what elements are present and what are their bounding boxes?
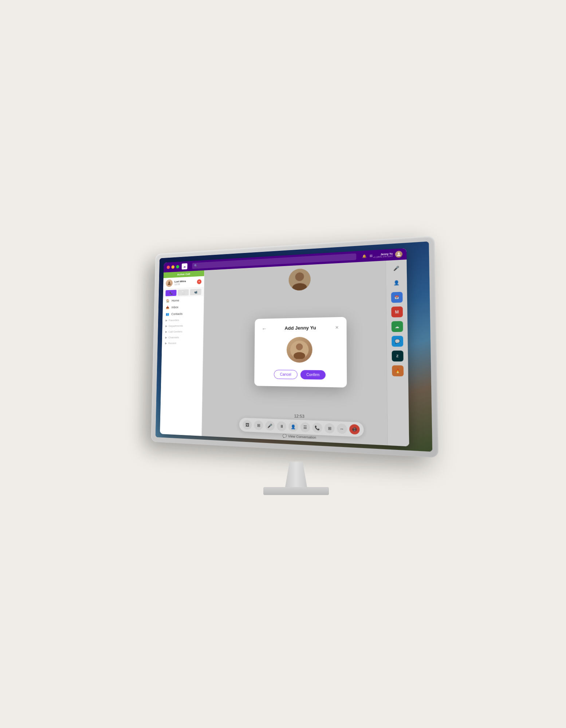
modal-title: Add Jenny Yu bbox=[267, 325, 335, 331]
video-action-button[interactable]: 📹 bbox=[190, 289, 201, 295]
svg-point-1 bbox=[169, 281, 170, 283]
modal-overlay: ← Add Jenny Yu ✕ bbox=[202, 260, 409, 447]
modal-header: ← Add Jenny Yu ✕ bbox=[262, 324, 339, 332]
caller-info: Lori Mitra 12:53 bbox=[174, 279, 195, 285]
user-avatar bbox=[395, 251, 402, 258]
monitor: ☁ 🔍 🔔 ⊞ Jenny Yu +1 (284) 279-1 bbox=[151, 236, 439, 458]
caller-time: 12:53 bbox=[174, 282, 195, 285]
grid-icon[interactable]: ⊞ bbox=[370, 254, 373, 258]
user-info-bar: Jenny Yu +1 (284) 279-1147 bbox=[373, 251, 402, 259]
chevron-icon: ▶ bbox=[165, 336, 167, 339]
app-window: ☁ 🔍 🔔 ⊞ Jenny Yu +1 (284) 279-1 bbox=[160, 248, 409, 447]
inbox-icon: 📥 bbox=[166, 306, 169, 309]
cancel-button[interactable]: Cancel bbox=[274, 369, 298, 379]
top-icons: 🔔 ⊞ bbox=[362, 254, 373, 258]
recent-label: Recent bbox=[168, 342, 176, 345]
close-button[interactable] bbox=[167, 266, 170, 269]
main-area: ← Add Jenny Yu ✕ bbox=[202, 260, 409, 447]
back-button[interactable]: ← bbox=[262, 326, 267, 332]
call-centers-label: Call Centers bbox=[168, 330, 182, 333]
chevron-icon: ▶ bbox=[165, 342, 167, 345]
chat-action-button[interactable]: ⬜ bbox=[178, 289, 189, 296]
svg-point-0 bbox=[398, 253, 400, 254]
favorites-label: Favorites bbox=[169, 318, 179, 322]
end-call-button[interactable]: ✕ bbox=[197, 279, 202, 284]
home-label: Home bbox=[172, 299, 179, 302]
screen-bezel: ☁ 🔍 🔔 ⊞ Jenny Yu +1 (284) 279-1 bbox=[156, 241, 432, 452]
maximize-button[interactable] bbox=[176, 265, 179, 269]
nav-group-channels[interactable]: ▶ Channels bbox=[162, 334, 203, 340]
confirm-button[interactable]: Confirm bbox=[300, 370, 326, 379]
nav-group-departments[interactable]: ▶ Departments bbox=[162, 323, 204, 329]
monitor-stand bbox=[263, 462, 329, 495]
svg-point-6 bbox=[296, 343, 303, 350]
chevron-icon: ▶ bbox=[165, 330, 167, 333]
chevron-icon: ▶ bbox=[165, 319, 167, 322]
phone-action-button[interactable]: 📞 bbox=[165, 290, 176, 296]
nav-group-recent[interactable]: ▶ Recent bbox=[162, 340, 203, 346]
home-icon: 🏠 bbox=[166, 299, 170, 303]
bell-icon[interactable]: 🔔 bbox=[362, 254, 367, 258]
departments-label: Departments bbox=[169, 324, 183, 328]
add-contact-modal: ← Add Jenny Yu ✕ bbox=[254, 317, 347, 387]
caller-item[interactable]: Lori Mitra 12:53 ✕ bbox=[163, 276, 204, 289]
channels-label: Channels bbox=[168, 336, 179, 339]
minimize-button[interactable] bbox=[171, 265, 174, 269]
nav-group-call-centers[interactable]: ▶ Call Centers bbox=[162, 328, 203, 335]
scene: ☁ 🔍 🔔 ⊞ Jenny Yu +1 (284) 279-1 bbox=[119, 233, 447, 495]
inbox-label: Inbox bbox=[172, 305, 178, 309]
sidebar: Active Call Lori Mitra 1 bbox=[160, 270, 205, 436]
chevron-icon: ▶ bbox=[165, 325, 167, 328]
traffic-lights bbox=[167, 265, 179, 269]
contacts-icon: 👥 bbox=[166, 312, 169, 316]
close-modal-button[interactable]: ✕ bbox=[335, 325, 339, 330]
app-logo: ☁ bbox=[182, 263, 188, 269]
stand-base bbox=[263, 487, 329, 495]
desktop-background: ☁ 🔍 🔔 ⊞ Jenny Yu +1 (284) 279-1 bbox=[156, 241, 432, 452]
modal-avatar bbox=[287, 337, 313, 363]
modal-buttons: Cancel Confirm bbox=[262, 369, 339, 380]
contacts-label: Contacts bbox=[171, 312, 182, 316]
caller-avatar bbox=[166, 279, 173, 287]
search-icon: 🔍 bbox=[194, 264, 198, 268]
main-content: Active Call Lori Mitra 1 bbox=[160, 260, 409, 447]
stand-neck bbox=[285, 462, 307, 487]
